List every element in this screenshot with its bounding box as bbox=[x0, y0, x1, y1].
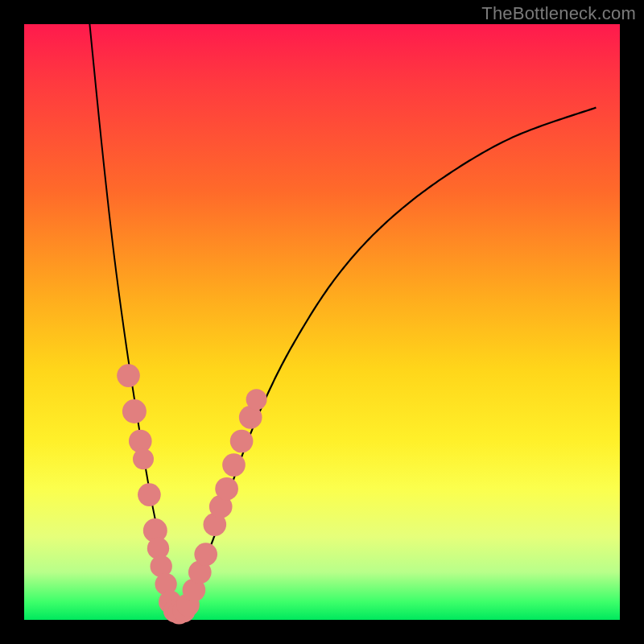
chart-frame bbox=[24, 24, 620, 620]
marker-group bbox=[117, 364, 266, 624]
watermark: TheBottleneck.com bbox=[481, 3, 636, 24]
data-marker bbox=[117, 364, 140, 387]
bottleneck-chart bbox=[24, 24, 620, 620]
data-marker bbox=[246, 389, 267, 410]
data-marker bbox=[230, 430, 254, 453]
data-marker bbox=[215, 477, 238, 501]
data-marker bbox=[222, 453, 246, 477]
data-marker bbox=[138, 483, 161, 506]
curve-right-branch bbox=[179, 108, 596, 614]
data-marker bbox=[194, 543, 217, 566]
data-marker bbox=[133, 448, 154, 469]
data-marker bbox=[122, 399, 147, 423]
